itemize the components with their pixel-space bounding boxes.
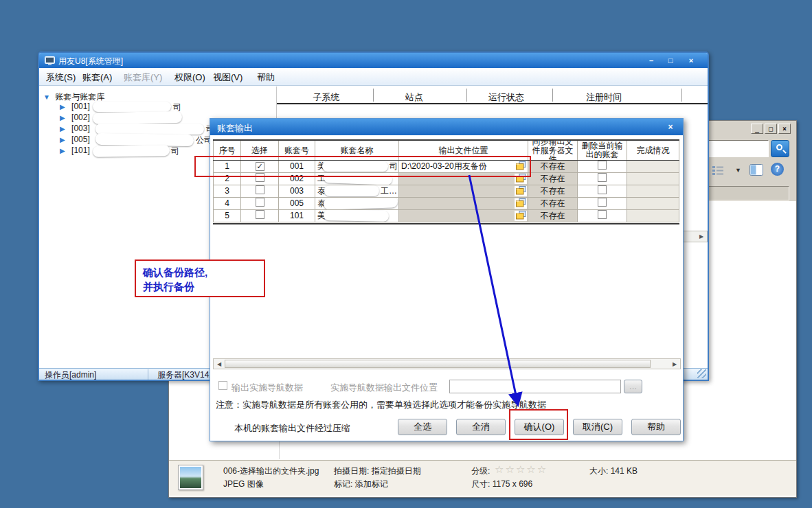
row-delete-checkbox[interactable]	[598, 161, 607, 170]
row-delete-checkbox[interactable]	[598, 198, 607, 207]
file-size-value: 大小: 141 KB	[589, 465, 638, 477]
folder-browse-icon[interactable]	[515, 198, 527, 209]
redaction-blob	[95, 133, 194, 146]
redaction-blob	[93, 111, 182, 124]
tree-closed-icon[interactable]: ▶	[60, 114, 65, 122]
tree-closed-icon[interactable]: ▶	[60, 103, 65, 111]
scroll-right-icon[interactable]: ▶	[697, 231, 706, 242]
compress-note: 本机的账套输出文件经过压缩	[234, 422, 350, 435]
rating-stars[interactable]: ☆☆☆☆☆	[495, 463, 548, 476]
tree-root-label: 账套与账套库	[55, 92, 104, 102]
status-sep	[148, 369, 148, 380]
menu-account-lib[interactable]: 账套库(Y)	[124, 71, 162, 84]
classic-maximize-button[interactable]: □	[765, 124, 777, 134]
tree-root[interactable]: ▼ 账套与账套库	[43, 91, 104, 102]
menu-permission[interactable]: 权限(O)	[174, 71, 205, 84]
annotation-line2: 并执行备份	[143, 279, 257, 294]
browse-button[interactable]: ...	[624, 380, 642, 393]
minimize-button[interactable]: –	[646, 55, 657, 66]
tree-closed-icon[interactable]: ▶	[60, 147, 65, 154]
cell-name: 泰	[315, 198, 399, 209]
rating-label: 分级:	[471, 465, 490, 477]
cell-path[interactable]	[399, 185, 528, 197]
classic-close-button[interactable]: ×	[778, 124, 791, 134]
nav-data-label[interactable]: 输出实施导航数据	[232, 382, 303, 394]
row-delete-checkbox[interactable]	[598, 173, 607, 182]
cell-seq: 3	[213, 185, 241, 197]
table-row[interactable]: 3 003 泰 工… 不存在	[213, 185, 679, 198]
photo-thumbnail[interactable]	[178, 465, 203, 490]
scroll-thumb[interactable]	[225, 360, 651, 368]
list-view-icon[interactable]	[712, 165, 724, 178]
deselect-all-button[interactable]: 全消	[456, 419, 506, 435]
col-sep	[681, 89, 682, 102]
folder-browse-icon[interactable]	[515, 186, 527, 196]
dialog-h-scrollbar[interactable]: ◀ ▶	[213, 358, 681, 369]
annotation-row-highlight	[194, 156, 531, 177]
row-delete-checkbox[interactable]	[598, 210, 607, 219]
redaction-blob	[324, 198, 398, 209]
header-underline	[276, 103, 708, 104]
menu-view[interactable]: 视图(V)	[213, 71, 243, 84]
col-runstatus[interactable]: 运行状态	[488, 91, 524, 104]
tags-label[interactable]: 标记: 添加标记	[334, 478, 388, 490]
row-delete-checkbox[interactable]	[598, 185, 607, 194]
help-button[interactable]: 帮助	[631, 419, 681, 435]
resize-grip[interactable]	[697, 369, 706, 378]
file-name: 006-选择输出的文件夹.jpg	[223, 465, 319, 477]
tree-item-code: [101]	[71, 146, 90, 155]
col-regtime[interactable]: 注册时间	[586, 91, 622, 104]
search-button[interactable]	[771, 140, 789, 157]
cell-path[interactable]	[399, 198, 528, 209]
cell-sync: 不存在	[528, 210, 578, 222]
col-station[interactable]: 站点	[405, 91, 423, 104]
dialog-close-icon[interactable]: ×	[665, 122, 676, 132]
classic-minimize-button[interactable]: _	[751, 124, 763, 134]
desktop: _ □ × ▼ ? 006-选择输出的文件夹.	[0, 0, 812, 508]
cancel-button[interactable]: 取消(C)	[573, 419, 622, 435]
nav-path-input[interactable]	[449, 380, 621, 393]
main-titlebar[interactable]: 用友U8[系统管理] – □ ×	[39, 53, 708, 68]
row-select-checkbox[interactable]	[256, 210, 264, 219]
menu-system[interactable]: 系统(S)	[46, 71, 76, 84]
annotation-note-box: 确认备份路径, 并执行备份	[135, 259, 265, 297]
table-row[interactable]: 5 101 美 不存在	[213, 210, 679, 222]
tree-item-code: [002]	[71, 113, 90, 122]
close-button[interactable]: ×	[686, 55, 697, 66]
note-text: 注意：实施导航数据是所有账套公用的，需要单独选择此选项才能备份实施导航数据	[216, 399, 546, 411]
row-select-checkbox[interactable]	[256, 185, 264, 194]
cell-name: 美	[315, 210, 399, 222]
tree-closed-icon[interactable]: ▶	[60, 136, 65, 143]
menu-account[interactable]: 账套(A)	[82, 71, 112, 84]
file-info-panel: 006-选择输出的文件夹.jpg JPEG 图像 拍摄日期: 指定拍摄日期 标记…	[169, 460, 796, 496]
nav-data-checkbox[interactable]	[218, 381, 227, 390]
folder-browse-icon[interactable]	[515, 211, 527, 221]
annotation-line1: 确认备份路径,	[143, 265, 257, 279]
maximize-button[interactable]: □	[665, 55, 676, 66]
tree-open-icon[interactable]: ▼	[43, 93, 50, 101]
scroll-left-icon[interactable]: ◀	[215, 359, 223, 369]
redaction-blob	[93, 102, 171, 112]
redaction-blob	[324, 210, 389, 222]
preview-pane-icon[interactable]	[749, 164, 763, 178]
select-all-button[interactable]: 全选	[398, 419, 447, 435]
tree-closed-icon[interactable]: ▶	[60, 125, 65, 132]
row-select-checkbox[interactable]	[256, 198, 264, 207]
view-dropdown-icon[interactable]: ▼	[735, 167, 741, 174]
col-subsystem[interactable]: 子系统	[313, 91, 340, 104]
dialog-titlebar[interactable]: 账套输出 ×	[210, 119, 683, 135]
help-icon[interactable]: ?	[771, 163, 784, 176]
cell-seq: 4	[213, 198, 241, 209]
table-row[interactable]: 4 005 泰 不存在	[213, 198, 679, 210]
cell-sync: 不存在	[528, 185, 578, 197]
search-icon	[776, 144, 782, 150]
cell-path[interactable]	[399, 210, 528, 222]
menu-help[interactable]: 帮助	[257, 71, 275, 84]
cell-done	[627, 185, 679, 197]
cell-name-tail: 工…	[381, 185, 397, 197]
redaction-blob	[93, 145, 170, 157]
cell-name: 泰 工…	[315, 185, 399, 197]
cell-code: 003	[279, 185, 315, 197]
date-taken-label[interactable]: 拍摄日期: 指定拍摄日期	[334, 465, 421, 477]
scroll-right-icon[interactable]: ▶	[670, 359, 679, 369]
